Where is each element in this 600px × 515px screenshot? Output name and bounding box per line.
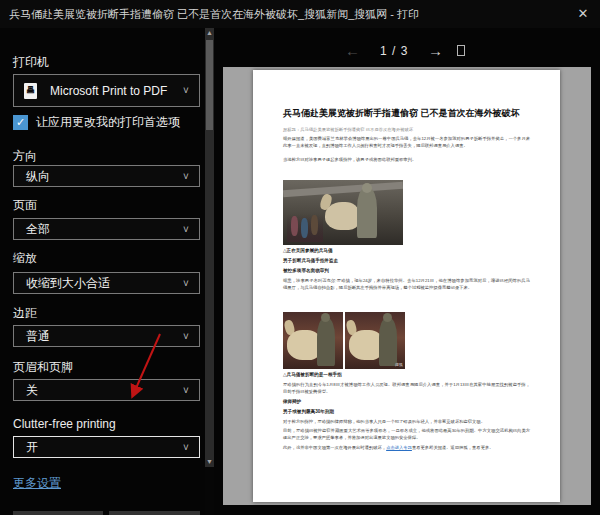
chevron-down-icon: ˅ [173,331,199,342]
scale-value: 收缩到大小合适 [14,275,173,292]
close-icon[interactable]: ✕ [574,5,592,23]
more-settings-link[interactable]: 更多设置 [13,475,61,492]
photo-caption: △正在美国参展的兵马俑 [283,247,332,255]
preview-viewport: 兵马俑赴美展览被折断手指遭偷窃 已不是首次在海外被破坏 原标题：兵马俑赴美展览被… [223,67,591,505]
scale-select[interactable]: 收缩到大小合适 ˅ [13,272,200,294]
print-dialog-window: 兵马俑赴美展览被折断手指遭偷窃 已不是首次在海外被破坏_搜狐新闻_搜狐网 - 打… [0,0,600,515]
chevron-down-icon: ˅ [173,171,199,182]
pages-label: 页面 [13,197,37,214]
header-footer-value: 关 [14,382,173,399]
print-button[interactable]: 打印 [13,511,103,515]
article-paragraph: 目前，罗哈纳已被控盗窃并藏匿重大艺术品等多项罪名，一旦罪名成立，他或将面临最高3… [283,427,530,441]
article-paragraph: 据外媒报道，美国费城富兰克林学会博物馆展出的一尊中国兵马俑，去年12月被一名参加… [283,135,530,149]
article-paragraph: 罗哈纳的行为直到今年1月8日才被博物馆工作人员发现。联邦调查局随后介入调查，并于… [283,381,530,395]
article-subhead: 被控多项罪名面临审判 [283,267,329,275]
preview-page: 兵马俑赴美展览被折断手指遭偷窃 已不是首次在海外被破坏 原标题：兵马俑赴美展览被… [253,70,560,502]
orientation-label: 方向 [13,148,37,165]
article-subhead: 律师辩护 [283,398,301,406]
article-paragraph: 对于检方的指控，罗哈纳的律师辩称，他的当事人只是一个犯了错误的年轻人，并非蓄意破… [283,418,530,425]
clutter-free-label: Clutter-free printing [13,417,116,431]
article-subhead: 男子折断兵马俑手指并盗走 [283,257,338,265]
cancel-button[interactable]: 取消 [109,511,200,515]
warrior-photo-left [283,312,343,369]
header-footer-select[interactable]: 关 ˅ [13,379,200,401]
article-link[interactable]: 点击进入专题 [386,445,412,450]
margins-value: 普通 [14,328,173,345]
pages-select[interactable]: 全部 ˅ [13,218,200,240]
window-title: 兵马俑赴美展览被折断手指遭偷窃 已不是首次在海外被破坏_搜狐新闻_搜狐网 - 打… [9,7,419,22]
next-page-icon[interactable]: → [428,42,443,59]
paragraph-text: 查看更多相关报道。返回搜狐，查看更多。 [412,445,494,450]
orientation-value: 纵向 [14,168,173,185]
margins-select[interactable]: 普通 ˅ [13,325,200,347]
chevron-down-icon: ˅ [173,442,199,453]
fit-page-icon[interactable] [457,45,465,56]
warrior-photo-right: 搜狐 [345,312,405,369]
article-paragraph: 当地检方已对涉事男子提起多项指控，该男子或将面临联邦重罪审判。 [283,156,530,163]
chevron-down-icon: ˅ [173,85,199,96]
page-indicator: 1 / 3 [380,44,408,58]
chevron-down-icon: ˅ [173,224,199,235]
article-photo-museum [283,180,403,245]
print-settings-sidebar: 打印机 🖶 Microsoft Print to PDF ˅ ✓ 让应用更改我的… [0,28,205,515]
paragraph-text: 此外，这并非中国文物第一次在海外展出时遭到破坏， [283,445,386,450]
chevron-down-icon: ˅ [173,278,199,289]
article-paragraph: 此外，这并非中国文物第一次在海外展出时遭到破坏，点击进入专题查看更多相关报道。返… [283,444,530,451]
scrollbar-thumb[interactable] [206,40,213,130]
pages-value: 全部 [14,221,173,238]
apply-preferences-label: 让应用更改我的打印首选项 [36,114,180,131]
previous-page-icon[interactable]: ← [345,42,360,59]
photo-caption: △兵马俑被折断的是一根手指 [283,371,342,379]
article-photo-warrior-pair: 搜狐 [283,312,405,369]
margins-label: 边距 [13,305,37,322]
printer-icon: 🖶 [22,83,40,99]
printer-select[interactable]: 🖶 Microsoft Print to PDF ˅ [13,74,200,107]
article-origin-line: 原标题：兵马俑赴美展览被折断手指遭偷窃 已不是首次在海外被破坏 [283,126,530,133]
printer-label: 打印机 [13,54,49,71]
article-paragraph: 据悉，涉事男子名叫迈克尔·罗哈纳，现年24岁，来自特拉华州。去年12月21日，他… [283,277,530,291]
sidebar-scrollbar[interactable]: ▲ ▼ [205,28,214,467]
titlebar: 兵马俑赴美展览被折断手指遭偷窃 已不是首次在海外被破坏_搜狐新闻_搜狐网 - 打… [0,0,600,28]
article-headline: 兵马俑赴美展览被折断手指遭偷窃 已不是首次在海外被破坏 [283,108,533,119]
orientation-select[interactable]: 纵向 ˅ [13,165,200,187]
scroll-down-icon[interactable]: ▼ [205,457,214,467]
watermark-label: 搜狐 [395,362,403,367]
clutter-free-select[interactable]: 开 ˅ [13,436,200,458]
article-subhead: 男子或被判最高30年刑期 [283,408,334,416]
apply-preferences-checkbox[interactable]: ✓ [13,115,28,130]
scroll-up-icon[interactable]: ▲ [205,28,214,38]
scale-label: 缩放 [13,250,37,267]
header-footer-label: 页眉和页脚 [13,359,73,376]
print-preview-pane: ← 1 / 3 → 兵马俑赴美展览被折断手指遭偷窃 已不是首次在海外被破坏 原标… [214,28,600,515]
printer-value: Microsoft Print to PDF [40,84,173,98]
apply-preferences-row[interactable]: ✓ 让应用更改我的打印首选项 [13,114,180,131]
chevron-down-icon: ˅ [173,385,199,396]
clutter-free-value: 开 [14,439,173,456]
